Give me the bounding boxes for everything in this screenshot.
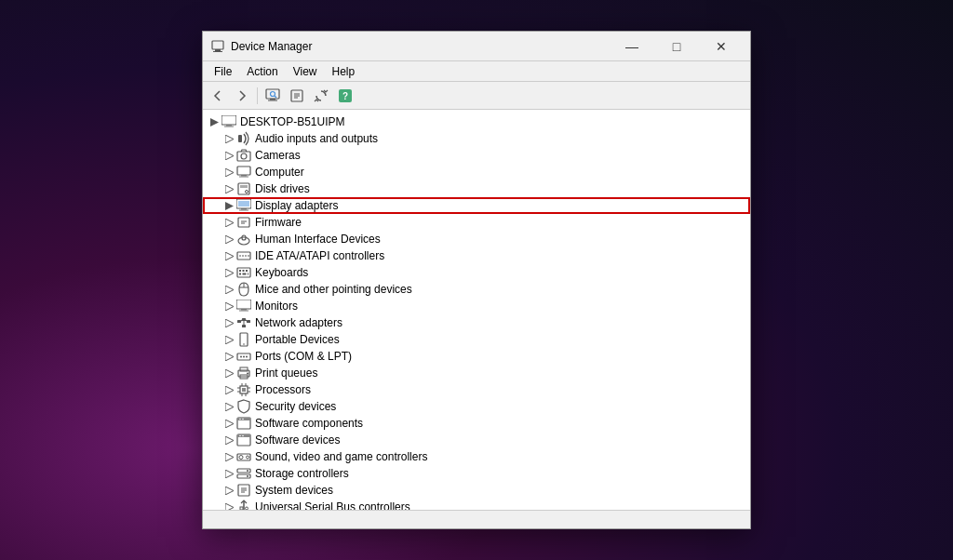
device-icon-disk (236, 181, 251, 196)
menu-bar: File Action View Help (203, 61, 750, 82)
expand-btn-7[interactable] (221, 232, 236, 247)
expand-btn-4[interactable] (221, 181, 236, 196)
svg-marker-97 (225, 420, 234, 428)
tree-item-6[interactable]: Firmware (203, 214, 750, 231)
svg-marker-49 (225, 269, 234, 277)
tree-item-19[interactable]: Software devices (203, 432, 750, 448)
tree-item-0[interactable]: DESKTOP-B51UIPM (203, 113, 750, 130)
tree-item-label-18: Software components (255, 417, 363, 430)
tree-item-10[interactable]: Mice and other pointing devices (203, 281, 750, 298)
svg-rect-63 (239, 311, 248, 312)
svg-point-41 (238, 237, 249, 245)
close-button[interactable]: ✕ (700, 32, 743, 61)
toolbar-update-button[interactable] (310, 85, 332, 107)
expand-btn-5[interactable] (221, 198, 236, 213)
tree-item-22[interactable]: System devices (203, 482, 750, 499)
tree-item-17[interactable]: Security devices (203, 398, 750, 415)
menu-action[interactable]: Action (239, 63, 285, 80)
expand-btn-13[interactable] (221, 332, 236, 347)
expand-btn-8[interactable] (221, 248, 236, 263)
menu-file[interactable]: File (207, 63, 239, 80)
maximize-button[interactable]: □ (655, 32, 698, 61)
expand-btn-0[interactable] (207, 114, 221, 129)
expand-btn-20[interactable] (221, 449, 236, 464)
tree-item-11[interactable]: Monitors (203, 298, 750, 314)
tree-item-label-1: Audio inputs and outputs (255, 132, 378, 145)
tree-item-2[interactable]: Cameras (203, 147, 750, 164)
tree-item-8[interactable]: IDE ATA/ATAPI controllers (203, 247, 750, 264)
svg-marker-31 (225, 202, 234, 210)
device-icon-audio (236, 131, 251, 146)
tree-item-15[interactable]: Print queues (203, 365, 750, 381)
menu-help[interactable]: Help (325, 63, 363, 80)
svg-rect-19 (238, 135, 242, 142)
svg-marker-36 (225, 219, 234, 227)
svg-marker-18 (225, 135, 234, 143)
expand-btn-9[interactable] (221, 265, 236, 280)
expand-btn-16[interactable] (221, 382, 236, 397)
expand-btn-1[interactable] (221, 131, 236, 146)
toolbar-back-button[interactable] (207, 85, 229, 107)
tree-item-21[interactable]: Storage controllers (203, 465, 750, 482)
expand-btn-12[interactable] (221, 315, 236, 330)
expand-btn-18[interactable] (221, 416, 236, 431)
svg-rect-33 (241, 208, 247, 210)
svg-marker-27 (225, 185, 234, 193)
expand-btn-23[interactable] (221, 500, 236, 510)
expand-btn-17[interactable] (221, 399, 236, 414)
expand-btn-11[interactable] (221, 299, 236, 313)
expand-btn-2[interactable] (221, 148, 236, 163)
svg-rect-53 (246, 270, 248, 272)
tree-item-7[interactable]: Human Interface Devices (203, 231, 750, 247)
svg-marker-102 (225, 436, 234, 445)
expand-btn-10[interactable] (221, 282, 236, 297)
expand-btn-22[interactable] (221, 483, 236, 498)
tree-item-label-11: Monitors (255, 300, 298, 313)
tree-item-label-7: Human Interface Devices (255, 233, 381, 246)
svg-rect-0 (212, 41, 223, 49)
expand-btn-14[interactable] (221, 349, 236, 364)
expand-btn-15[interactable] (221, 366, 236, 380)
expand-btn-19[interactable] (221, 433, 236, 447)
device-icon-sound (236, 449, 251, 464)
tree-item-13[interactable]: Portable Devices (203, 331, 750, 348)
tree-content[interactable]: DESKTOP-B51UIPMAudio inputs and outputsC… (203, 110, 750, 510)
svg-point-109 (239, 456, 243, 460)
svg-point-124 (246, 507, 248, 510)
tree-item-5[interactable]: Display adapters (203, 197, 750, 214)
tree-item-label-13: Portable Devices (255, 333, 340, 346)
device-icon-portable (236, 332, 251, 347)
svg-rect-25 (241, 175, 247, 177)
device-icon-usb (236, 500, 251, 510)
svg-point-100 (239, 419, 241, 420)
tree-item-20[interactable]: Sound, video and game controllers (203, 448, 750, 465)
tree-item-label-9: Keyboards (255, 266, 308, 279)
toolbar-forward-button[interactable] (231, 85, 253, 107)
svg-point-84 (247, 373, 248, 375)
tree-item-9[interactable]: Keyboards (203, 264, 750, 281)
tree-item-23[interactable]: Universal Serial Bus controllers (203, 499, 750, 510)
tree-item-1[interactable]: Audio inputs and outputs (203, 130, 750, 147)
toolbar-properties-button[interactable] (286, 85, 308, 107)
expand-btn-6[interactable] (221, 215, 236, 230)
tree-item-18[interactable]: Software components (203, 415, 750, 432)
tree-item-12[interactable]: Network adapters (203, 314, 750, 331)
svg-rect-55 (243, 273, 247, 275)
expand-btn-3[interactable] (221, 165, 236, 180)
toolbar-help-button[interactable]: ? (334, 85, 356, 107)
svg-point-22 (241, 153, 247, 159)
tree-item-14[interactable]: Ports (COM & LPT) (203, 348, 750, 365)
minimize-button[interactable]: — (611, 32, 653, 61)
menu-view[interactable]: View (286, 63, 325, 80)
svg-rect-29 (240, 185, 248, 188)
tree-item-3[interactable]: Computer (203, 164, 750, 180)
svg-line-70 (246, 320, 247, 322)
svg-point-101 (242, 419, 244, 420)
tree-item-4[interactable]: Disk drives (203, 180, 750, 197)
svg-point-106 (242, 435, 244, 437)
device-icon-firmware (236, 215, 251, 230)
tree-item-16[interactable]: Processors (203, 381, 750, 398)
svg-rect-35 (238, 201, 249, 207)
expand-btn-21[interactable] (221, 466, 236, 481)
toolbar-scan-button[interactable] (262, 85, 284, 107)
